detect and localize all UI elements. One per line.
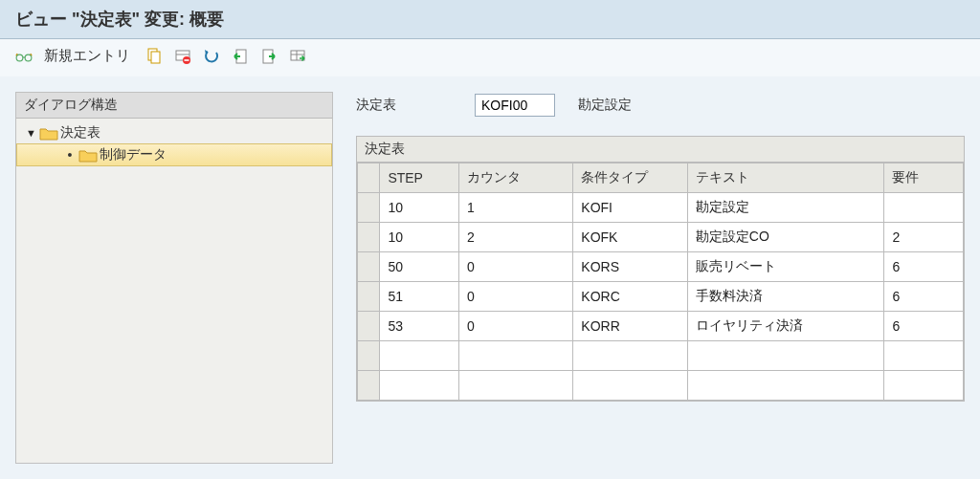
cell-step[interactable]: 50 [380, 252, 459, 282]
row-selector[interactable] [358, 341, 380, 371]
svg-rect-7 [185, 59, 189, 61]
table-row-empty[interactable] [358, 371, 964, 401]
cell-text[interactable]: ロイヤリティ決済 [687, 312, 884, 341]
copy-button[interactable] [145, 48, 163, 65]
cell-step[interactable]: 10 [380, 223, 459, 252]
tree-body: ▼ 決定表 • 制御データ [16, 119, 332, 170]
delete-button[interactable] [174, 48, 191, 65]
table-row[interactable]: 500KORS販売リベート6 [358, 252, 964, 282]
decision-table-label: 決定表 [356, 97, 452, 114]
row-selector[interactable] [358, 312, 380, 341]
col-step-header[interactable]: STEP [380, 163, 459, 193]
table-row-empty[interactable] [358, 341, 964, 371]
bullet-icon: • [65, 147, 75, 163]
header-line: 決定表 勘定設定 [356, 92, 965, 117]
row-selector[interactable] [358, 371, 380, 401]
row-selector[interactable] [358, 252, 380, 282]
col-ctype-header[interactable]: 条件タイプ [573, 163, 687, 193]
folder-icon [39, 126, 56, 140]
cell-ctype[interactable]: KOFK [573, 223, 687, 252]
cell-counter[interactable]: 1 [458, 193, 572, 223]
new-entry-label: 新規エントリ [44, 47, 130, 65]
page-title: ビュー "決定表" 変更: 概要 [0, 0, 980, 39]
cell-req[interactable] [884, 193, 964, 223]
cell-step[interactable]: 51 [380, 282, 459, 312]
table-row[interactable]: 530KORRロイヤリティ決済6 [358, 312, 964, 341]
tree-label: 制御データ [100, 146, 167, 163]
svg-point-1 [25, 54, 32, 61]
cell-req[interactable]: 2 [884, 223, 964, 252]
decision-table-desc: 勘定設定 [578, 97, 632, 114]
right-panel: 決定表 勘定設定 決定表 STEP カウンタ 条件タイプ テキスト 要件 [356, 92, 965, 464]
toolbar: 新規エントリ [0, 39, 980, 76]
cell-req[interactable]: 6 [884, 312, 964, 341]
decision-table-input[interactable] [475, 94, 555, 117]
cell-ctype[interactable]: KORS [573, 252, 687, 282]
col-req-header[interactable]: 要件 [884, 163, 964, 193]
copy-pages-icon [145, 48, 163, 65]
configure-button[interactable] [289, 48, 306, 65]
page-arrow-right-icon [260, 48, 278, 65]
svg-rect-3 [151, 52, 160, 63]
tree-node-decision-table[interactable]: ▼ 決定表 [16, 122, 332, 143]
cell-counter[interactable]: 2 [458, 223, 572, 252]
svg-point-0 [16, 54, 23, 61]
undo-button[interactable] [203, 48, 220, 65]
col-counter-header[interactable]: カウンタ [458, 163, 572, 193]
table-row[interactable]: 101KOFI勘定設定 [358, 193, 964, 223]
table-settings-icon [289, 48, 306, 65]
dialog-structure-panel: ダイアログ構造 ▼ 決定表 • 制御データ [15, 92, 333, 464]
cell-step[interactable]: 10 [380, 193, 459, 223]
decision-table-grid[interactable]: STEP カウンタ 条件タイプ テキスト 要件 101KOFI勘定設定102KO… [357, 163, 964, 401]
row-selector[interactable] [358, 223, 380, 252]
grid-title: 決定表 [357, 137, 964, 163]
cell-step[interactable]: 53 [380, 312, 459, 341]
display-toggle-button[interactable] [15, 48, 33, 65]
grid-panel: 決定表 STEP カウンタ 条件タイプ テキスト 要件 101KOFI勘定設定1… [356, 136, 965, 402]
tree-node-control-data[interactable]: • 制御データ [16, 143, 332, 166]
content-area: ダイアログ構造 ▼ 決定表 • 制御データ 決定表 勘定設定 [0, 76, 980, 479]
row-selector[interactable] [358, 282, 380, 312]
cell-text[interactable]: 手数料決済 [687, 282, 884, 312]
row-selector[interactable] [358, 193, 380, 223]
grid-header-row: STEP カウンタ 条件タイプ テキスト 要件 [358, 163, 964, 193]
delete-row-icon [174, 48, 191, 65]
tree-label: 決定表 [60, 124, 100, 142]
folder-icon [78, 148, 96, 162]
cell-req[interactable]: 6 [884, 252, 964, 282]
col-text-header[interactable]: テキスト [687, 163, 884, 193]
select-all-button[interactable] [232, 48, 249, 65]
grid-select-all-header[interactable] [358, 163, 380, 193]
deselect-all-button[interactable] [260, 48, 278, 65]
undo-icon [203, 48, 220, 65]
page-arrow-left-icon [232, 48, 249, 65]
cell-counter[interactable]: 0 [458, 282, 572, 312]
table-row[interactable]: 102KOFK勘定設定CO2 [358, 223, 964, 252]
cell-text[interactable]: 勘定設定CO [687, 223, 884, 252]
tree-header: ダイアログ構造 [16, 93, 332, 119]
cell-counter[interactable]: 0 [458, 312, 572, 341]
cell-text[interactable]: 勘定設定 [687, 193, 884, 223]
glasses-icon [15, 48, 33, 65]
cell-ctype[interactable]: KOFI [573, 193, 687, 223]
cell-ctype[interactable]: KORC [573, 282, 687, 312]
cell-counter[interactable]: 0 [458, 252, 572, 282]
cell-text[interactable]: 販売リベート [687, 252, 884, 282]
caret-down-icon: ▼ [26, 127, 35, 139]
cell-ctype[interactable]: KORR [573, 312, 687, 341]
table-row[interactable]: 510KORC手数料決済6 [358, 282, 964, 312]
cell-req[interactable]: 6 [884, 282, 964, 312]
